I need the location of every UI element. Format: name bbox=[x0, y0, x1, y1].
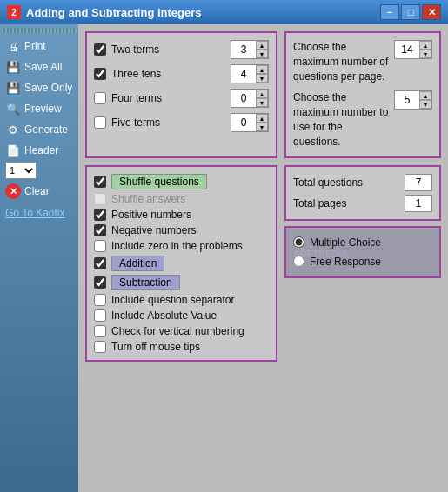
max-value-up[interactable]: ▲ bbox=[419, 91, 431, 100]
free-response-label: Free Response bbox=[310, 256, 381, 268]
close-button[interactable]: ✕ bbox=[422, 4, 441, 20]
two-terms-up[interactable]: ▲ bbox=[256, 41, 268, 50]
subtraction-checkbox[interactable] bbox=[94, 276, 106, 289]
include-zero-checkbox[interactable] bbox=[94, 240, 106, 252]
include-absolute-checkbox[interactable] bbox=[94, 309, 106, 322]
header-select-row: 1 2 3 bbox=[2, 162, 77, 179]
total-pages-row: Total pages 1 bbox=[293, 195, 432, 212]
go-kaotix-link[interactable]: Go To Kaotix bbox=[2, 203, 77, 223]
include-separator-checkbox[interactable] bbox=[94, 294, 106, 306]
three-terms-down[interactable]: ▼ bbox=[256, 74, 268, 83]
max-per-page-input[interactable] bbox=[395, 41, 419, 58]
turn-off-mouse-label: Turn off mouse tips bbox=[111, 341, 200, 353]
four-terms-spinner-buttons: ▲ ▼ bbox=[256, 90, 268, 107]
sidebar-divider bbox=[2, 28, 77, 33]
four-terms-down[interactable]: ▼ bbox=[256, 98, 268, 107]
multiple-choice-label: Multiple Choice bbox=[310, 236, 381, 249]
sidebar-item-preview[interactable]: 🔍 Preview bbox=[2, 99, 77, 118]
five-terms-input[interactable] bbox=[231, 114, 256, 131]
header-icon: 📄 bbox=[5, 143, 21, 157]
check-vertical-label: Check for vertical numbering bbox=[111, 325, 244, 337]
free-response-radio[interactable] bbox=[293, 256, 304, 267]
header-label: Header bbox=[24, 144, 58, 156]
include-absolute-row: Include Absolute Value bbox=[94, 309, 269, 322]
totals-panel: Total questions 7 Total pages 1 bbox=[284, 165, 441, 221]
shuffle-questions-btn[interactable]: Shuffle questions bbox=[111, 174, 207, 189]
clear-label: Clear bbox=[24, 185, 50, 197]
five-terms-checkbox[interactable] bbox=[94, 116, 106, 129]
negative-numbers-label: Negative numbers bbox=[111, 224, 196, 236]
five-terms-row: Five terms ▲ ▼ bbox=[94, 113, 269, 132]
four-terms-checkbox[interactable] bbox=[94, 92, 106, 104]
max-per-page-up[interactable]: ▲ bbox=[419, 41, 431, 50]
total-questions-value: 7 bbox=[405, 174, 432, 191]
max-value-row: Choose the maximum number to use for the… bbox=[293, 90, 432, 149]
main-window: 2 Adding and Subtracting Integers − □ ✕ … bbox=[0, 0, 448, 492]
minimize-button[interactable]: − bbox=[380, 4, 399, 20]
subtraction-btn[interactable]: Subtraction bbox=[111, 275, 180, 290]
check-vertical-checkbox[interactable] bbox=[94, 325, 106, 337]
five-terms-down[interactable]: ▼ bbox=[256, 123, 268, 131]
maximize-button[interactable]: □ bbox=[401, 4, 420, 20]
include-separator-label: Include question separator bbox=[111, 294, 234, 306]
five-terms-spinner-buttons: ▲ ▼ bbox=[256, 114, 268, 131]
header-select[interactable]: 1 2 3 bbox=[5, 162, 37, 179]
three-terms-label: Three tens bbox=[111, 68, 225, 80]
sidebar-item-print[interactable]: 🖨 Print bbox=[2, 37, 77, 56]
five-terms-up[interactable]: ▲ bbox=[256, 114, 268, 123]
multiple-choice-radio[interactable] bbox=[293, 236, 304, 248]
two-terms-input[interactable] bbox=[231, 41, 256, 58]
shuffle-answers-checkbox[interactable] bbox=[94, 193, 106, 205]
four-terms-row: Four terms ▲ ▼ bbox=[94, 89, 269, 108]
three-terms-input[interactable] bbox=[231, 65, 256, 83]
positive-numbers-label: Positive numbers bbox=[111, 209, 191, 221]
window-title: Adding and Subtracting Integers bbox=[26, 6, 380, 19]
clear-button[interactable]: ✕ Clear bbox=[2, 181, 77, 202]
five-terms-label: Five terms bbox=[111, 116, 225, 129]
response-panel: SOFTPEDIA Multiple Choice Free Response bbox=[284, 226, 441, 278]
multiple-choice-row: Multiple Choice bbox=[293, 236, 432, 249]
three-terms-row: Three tens ▲ ▼ bbox=[94, 64, 269, 83]
max-value-input[interactable] bbox=[395, 91, 419, 109]
sidebar-item-save-only[interactable]: 💾 Save Only bbox=[2, 78, 77, 97]
positive-numbers-checkbox[interactable] bbox=[94, 209, 106, 221]
max-value-down[interactable]: ▼ bbox=[419, 100, 431, 109]
four-terms-input[interactable] bbox=[231, 90, 256, 107]
three-terms-spinner: ▲ ▼ bbox=[231, 64, 269, 83]
max-per-page-down[interactable]: ▼ bbox=[419, 50, 431, 58]
four-terms-label: Four terms bbox=[111, 92, 225, 104]
sidebar-item-header[interactable]: 📄 Header bbox=[2, 141, 77, 160]
positive-numbers-row: Positive numbers bbox=[94, 209, 269, 221]
turn-off-mouse-checkbox[interactable] bbox=[94, 341, 106, 353]
shuffle-questions-checkbox[interactable] bbox=[94, 176, 106, 188]
print-icon: 🖨 bbox=[5, 39, 21, 53]
shuffle-questions-row: Shuffle questions bbox=[94, 174, 269, 189]
three-terms-up[interactable]: ▲ bbox=[256, 65, 268, 74]
addition-btn[interactable]: Addition bbox=[111, 256, 164, 271]
generate-icon: ⚙ bbox=[5, 123, 21, 136]
right-top-panel: Choose the maximum number of questions p… bbox=[284, 31, 441, 158]
two-terms-down[interactable]: ▼ bbox=[256, 50, 268, 58]
options-panel: Shuffle questions Shuffle answers Positi… bbox=[85, 165, 277, 362]
four-terms-spinner: ▲ ▼ bbox=[231, 89, 269, 108]
top-row: Two terms ▲ ▼ Three tens bbox=[85, 31, 441, 158]
preview-label: Preview bbox=[24, 103, 62, 115]
max-value-spinner: ▲ ▼ bbox=[394, 90, 432, 110]
two-terms-checkbox[interactable] bbox=[94, 43, 106, 56]
bottom-row: Shuffle questions Shuffle answers Positi… bbox=[85, 165, 441, 362]
clear-icon: ✕ bbox=[5, 183, 21, 199]
two-terms-spinner-buttons: ▲ ▼ bbox=[256, 41, 268, 58]
check-vertical-row: Check for vertical numbering bbox=[94, 325, 269, 337]
sidebar-item-generate[interactable]: ⚙ Generate bbox=[2, 120, 77, 139]
four-terms-up[interactable]: ▲ bbox=[256, 90, 268, 98]
five-terms-spinner: ▲ ▼ bbox=[231, 113, 269, 132]
shuffle-answers-label: Shuffle answers bbox=[111, 193, 185, 205]
addition-checkbox[interactable] bbox=[94, 257, 106, 269]
include-separator-row: Include question separator bbox=[94, 294, 269, 306]
negative-numbers-checkbox[interactable] bbox=[94, 224, 106, 236]
three-terms-checkbox[interactable] bbox=[94, 68, 106, 80]
sidebar-item-save-all[interactable]: 💾 Save All bbox=[2, 57, 77, 76]
max-value-spinner-btns: ▲ ▼ bbox=[419, 91, 431, 109]
right-bottom-panel: Total questions 7 Total pages 1 SOFTPEDI… bbox=[284, 165, 441, 362]
save-all-icon: 💾 bbox=[5, 60, 21, 74]
